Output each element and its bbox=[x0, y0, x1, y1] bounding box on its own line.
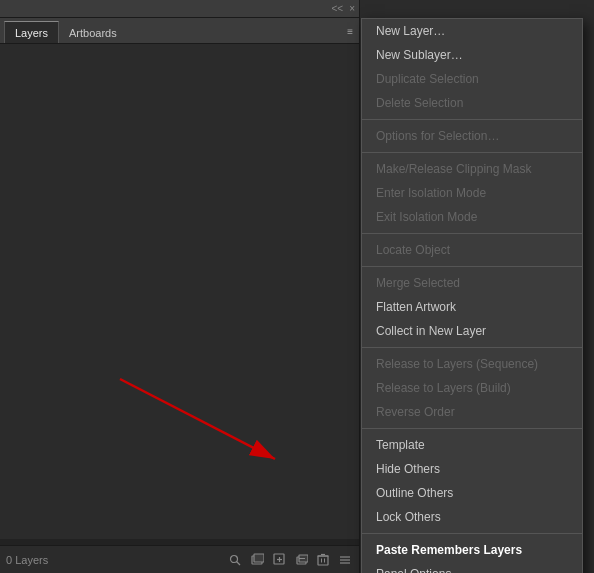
menu-item-hide-others[interactable]: Hide Others bbox=[362, 457, 582, 481]
layers-count: 0 Layers bbox=[6, 554, 48, 566]
svg-line-3 bbox=[237, 561, 241, 565]
move-to-layer-icon[interactable] bbox=[271, 552, 287, 568]
tab-layers[interactable]: Layers bbox=[4, 21, 59, 43]
menu-item-lock-others[interactable]: Lock Others bbox=[362, 505, 582, 529]
menu-separator-delete-selection bbox=[362, 119, 582, 120]
menu-item-make-release-clipping-mask: Make/Release Clipping Mask bbox=[362, 157, 582, 181]
panel-content bbox=[0, 44, 359, 539]
menu-separator-reverse-order bbox=[362, 428, 582, 429]
panel-titlebar: << × bbox=[0, 0, 359, 18]
menu-item-duplicate-selection: Duplicate Selection bbox=[362, 67, 582, 91]
new-layer-icon[interactable] bbox=[249, 552, 265, 568]
menu-separator-options-for-selection bbox=[362, 152, 582, 153]
menu-item-locate-object: Locate Object bbox=[362, 238, 582, 262]
menu-separator-exit-isolation-mode bbox=[362, 233, 582, 234]
panel-menu-button[interactable]: ≡ bbox=[347, 25, 353, 36]
panel-options-icon[interactable] bbox=[337, 552, 353, 568]
menu-item-release-to-layers-sequence: Release to Layers (Sequence) bbox=[362, 352, 582, 376]
collect-icon[interactable] bbox=[293, 552, 309, 568]
svg-rect-5 bbox=[254, 554, 264, 562]
menu-item-release-to-layers-build: Release to Layers (Build) bbox=[362, 376, 582, 400]
menu-item-delete-selection: Delete Selection bbox=[362, 91, 582, 115]
tab-artboards[interactable]: Artboards bbox=[59, 21, 127, 43]
layers-panel: << × Layers Artboards ≡ bbox=[0, 0, 360, 573]
menu-item-new-sublayer[interactable]: New Sublayer… bbox=[362, 43, 582, 67]
menu-separator-locate-object bbox=[362, 266, 582, 267]
menu-item-options-for-selection: Options for Selection… bbox=[362, 124, 582, 148]
menu-item-collect-in-new-layer[interactable]: Collect in New Layer bbox=[362, 319, 582, 343]
titlebar-controls: << × bbox=[331, 3, 355, 14]
panel-footer: 0 Layers bbox=[0, 545, 359, 573]
svg-rect-12 bbox=[318, 556, 328, 565]
menu-item-template[interactable]: Template bbox=[362, 433, 582, 457]
menu-item-reverse-order: Reverse Order bbox=[362, 400, 582, 424]
footer-icons bbox=[227, 552, 353, 568]
close-button[interactable]: × bbox=[349, 3, 355, 14]
panel-tabs: Layers Artboards ≡ bbox=[0, 18, 359, 44]
arrow-annotation bbox=[100, 359, 300, 479]
menu-item-flatten-artwork[interactable]: Flatten Artwork bbox=[362, 295, 582, 319]
search-icon[interactable] bbox=[227, 552, 243, 568]
arrow-svg bbox=[100, 359, 300, 479]
svg-line-1 bbox=[120, 379, 275, 459]
svg-point-2 bbox=[231, 555, 238, 562]
collapse-button[interactable]: << bbox=[331, 3, 343, 14]
delete-layer-icon[interactable] bbox=[315, 552, 331, 568]
menu-item-paste-remembers-layers[interactable]: Paste Remembers Layers bbox=[362, 538, 582, 562]
menu-item-panel-options[interactable]: Panel Options… bbox=[362, 562, 582, 573]
menu-item-outline-others[interactable]: Outline Others bbox=[362, 481, 582, 505]
context-menu: New Layer…New Sublayer…Duplicate Selecti… bbox=[361, 18, 583, 573]
menu-item-merge-selected: Merge Selected bbox=[362, 271, 582, 295]
menu-item-exit-isolation-mode: Exit Isolation Mode bbox=[362, 205, 582, 229]
menu-separator-lock-others bbox=[362, 533, 582, 534]
menu-item-new-layer[interactable]: New Layer… bbox=[362, 19, 582, 43]
menu-item-enter-isolation-mode: Enter Isolation Mode bbox=[362, 181, 582, 205]
horizontal-scrollbar[interactable] bbox=[0, 539, 359, 545]
menu-separator-collect-in-new-layer bbox=[362, 347, 582, 348]
